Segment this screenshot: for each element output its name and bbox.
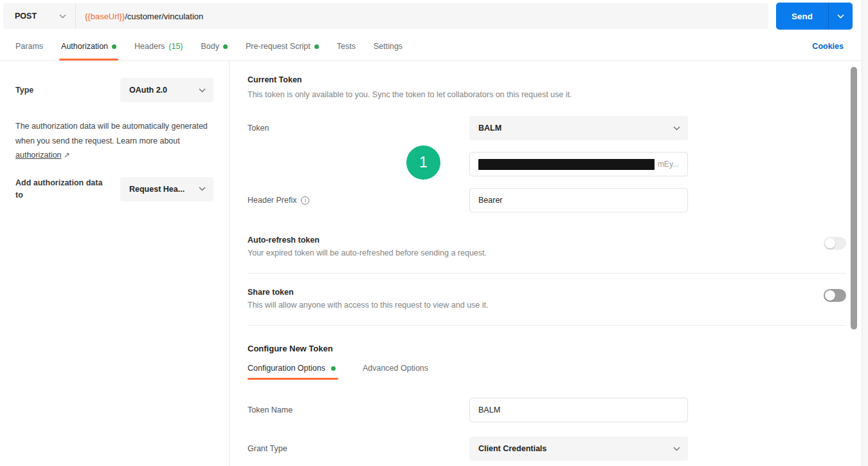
right-panel-edge xyxy=(862,0,868,466)
request-bar: POST {{baseUrl}}/customer/vinculation Se… xyxy=(0,0,868,32)
vertical-scrollbar[interactable] xyxy=(851,67,857,330)
chevron-down-icon xyxy=(673,447,680,451)
token-value-suffix: mEy... xyxy=(658,160,679,169)
tab-settings[interactable]: Settings xyxy=(374,32,402,61)
add-auth-data-row: Add authorization data to Request Hea... xyxy=(15,177,213,201)
active-subtab-underline xyxy=(248,378,338,380)
grant-type-value: Client Credentials xyxy=(478,444,547,453)
configure-new-token-heading: Configure New Token xyxy=(248,344,846,353)
cookies-link[interactable]: Cookies xyxy=(812,42,844,51)
method-label: POST xyxy=(15,12,37,21)
postman-request-window: POST {{baseUrl}}/customer/vinculation Se… xyxy=(0,0,868,466)
subtab-advanced-options[interactable]: Advanced Options xyxy=(363,364,428,380)
add-auth-data-value: Request Hea... xyxy=(129,185,185,194)
url-input[interactable]: {{baseUrl}}/customer/vinculation xyxy=(76,12,203,21)
token-value-field[interactable]: mEy... xyxy=(469,152,688,176)
tab-pre-request-script[interactable]: Pre-request Script xyxy=(246,32,319,61)
grant-type-label: Grant Type xyxy=(248,444,469,453)
grant-type-row: Grant Type Client Credentials xyxy=(248,436,846,461)
auth-type-dropdown[interactable]: OAuth 2.0 xyxy=(120,78,213,102)
redacted-token-value xyxy=(478,159,655,170)
current-token-description: This token is only available to you. Syn… xyxy=(248,90,846,99)
token-name-row: Token Name xyxy=(248,398,846,422)
modified-indicator-dot xyxy=(331,366,336,371)
share-token-section: Share token This will allow anyone with … xyxy=(248,288,846,310)
chevron-down-icon xyxy=(199,88,206,93)
chevron-down-icon xyxy=(199,187,206,191)
external-link-icon: ↗ xyxy=(64,151,70,160)
chevron-down-icon xyxy=(837,14,844,19)
toggle-knob xyxy=(825,290,835,301)
active-tab-underline xyxy=(59,59,118,61)
url-variable: {{baseUrl}} xyxy=(85,12,125,21)
authorization-docs-link[interactable]: authorization xyxy=(15,151,62,160)
token-value-row: mEy... xyxy=(248,152,846,176)
url-path: /customer/vinculation xyxy=(125,12,203,21)
configure-subtabs: Configuration Options Advanced Options xyxy=(248,364,846,380)
method-url-group: POST {{baseUrl}}/customer/vinculation xyxy=(3,3,768,29)
share-token-title: Share token xyxy=(248,288,801,297)
tab-params[interactable]: Params xyxy=(15,32,43,61)
auth-sidebar: Type OAuth 2.0 The authorization data wi… xyxy=(0,61,230,466)
auto-refresh-toggle[interactable] xyxy=(824,237,846,250)
subtab-configuration-options[interactable]: Configuration Options xyxy=(248,364,336,380)
authorization-panel: Type OAuth 2.0 The authorization data wi… xyxy=(0,61,868,466)
send-options-button[interactable] xyxy=(829,3,853,30)
token-label: Token xyxy=(248,124,469,133)
request-tabs: Params Authorization Headers (15) Body P… xyxy=(0,32,868,61)
share-token-description: This will allow anyone with access to th… xyxy=(248,301,801,310)
auto-refresh-description: Your expired token will be auto-refreshe… xyxy=(248,248,801,257)
token-select-row: Token BALM xyxy=(248,116,846,140)
current-token-heading: Current Token xyxy=(248,75,846,84)
tab-body[interactable]: Body xyxy=(201,32,228,61)
oauth-main-panel: Current Token This token is only availab… xyxy=(230,61,868,466)
auth-type-value: OAuth 2.0 xyxy=(129,86,167,95)
annotation-step-badge: 1 xyxy=(406,145,440,180)
header-prefix-label: Header Prefix xyxy=(248,196,296,205)
chevron-down-icon xyxy=(59,14,66,19)
add-auth-data-label: Add authorization data to xyxy=(15,177,112,200)
chevron-down-icon xyxy=(673,126,680,131)
add-auth-data-dropdown[interactable]: Request Hea... xyxy=(120,177,213,201)
tab-headers[interactable]: Headers (15) xyxy=(134,32,183,61)
modified-indicator-dot xyxy=(112,44,116,49)
token-dropdown[interactable]: BALM xyxy=(469,116,688,140)
token-name-label: Token Name xyxy=(248,405,469,415)
send-button[interactable]: Send xyxy=(776,3,828,30)
section-divider xyxy=(248,273,846,274)
auto-refresh-title: Auto-refresh token xyxy=(248,236,801,245)
headers-count-badge: (15) xyxy=(168,42,183,51)
method-dropdown[interactable]: POST xyxy=(3,3,75,29)
auto-refresh-section: Auto-refresh token Your expired token wi… xyxy=(248,236,846,257)
token-name-input[interactable] xyxy=(469,398,688,422)
auth-type-row: Type OAuth 2.0 xyxy=(15,78,213,102)
token-dropdown-value: BALM xyxy=(478,124,502,133)
share-token-toggle[interactable] xyxy=(824,289,846,302)
grant-type-dropdown[interactable]: Client Credentials xyxy=(469,436,688,461)
tab-tests[interactable]: Tests xyxy=(337,32,356,61)
modified-indicator-dot xyxy=(223,44,228,49)
auth-description: The authorization data will be automatic… xyxy=(15,119,213,163)
tab-authorization[interactable]: Authorization xyxy=(61,32,116,61)
info-icon[interactable] xyxy=(301,196,309,205)
toggle-knob xyxy=(825,238,835,248)
header-prefix-input[interactable] xyxy=(469,188,688,212)
section-divider xyxy=(248,325,846,326)
modified-indicator-dot xyxy=(314,44,319,49)
type-label: Type xyxy=(15,84,33,96)
send-button-group: Send xyxy=(776,3,853,30)
header-prefix-row: Header Prefix xyxy=(248,188,846,212)
